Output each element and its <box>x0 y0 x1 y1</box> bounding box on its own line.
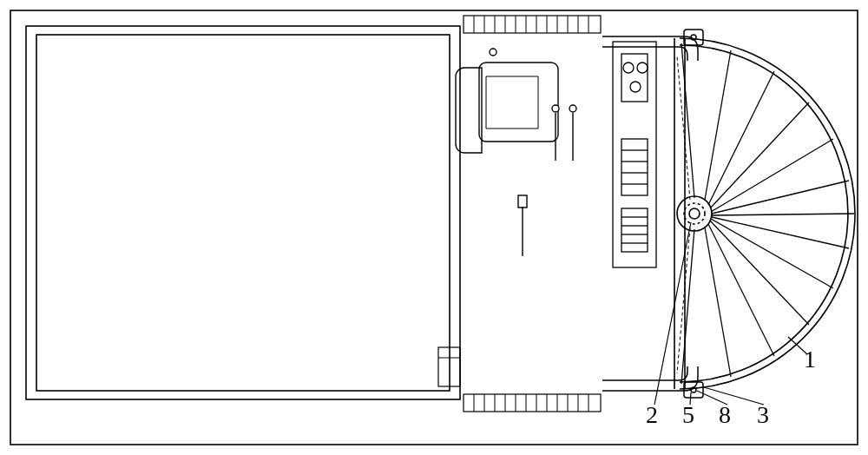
control-levers <box>518 105 576 256</box>
svg-rect-0 <box>26 26 460 399</box>
svg-line-79 <box>704 387 764 405</box>
lower-bracket <box>684 382 703 398</box>
svg-rect-11 <box>613 42 656 267</box>
dash-panel <box>613 42 656 267</box>
svg-point-57 <box>677 196 712 231</box>
svg-rect-16 <box>621 139 648 195</box>
callout-5: 5 <box>682 401 694 429</box>
svg-line-62 <box>708 71 774 205</box>
patent-figure <box>0 0 868 455</box>
svg-line-68 <box>711 219 833 288</box>
svg-line-71 <box>705 228 731 377</box>
callout-8: 8 <box>719 401 731 429</box>
leader-lines <box>654 222 807 405</box>
callout-2: 2 <box>646 401 658 429</box>
svg-rect-52 <box>684 30 703 45</box>
svg-point-59 <box>689 208 700 219</box>
figure-frame <box>10 10 858 445</box>
svg-point-4 <box>490 49 496 56</box>
svg-line-63 <box>710 102 809 208</box>
svg-point-13 <box>623 63 634 73</box>
svg-rect-21 <box>621 208 648 252</box>
vehicle-body <box>26 26 460 399</box>
svg-point-15 <box>630 82 641 92</box>
svg-point-8 <box>569 105 576 112</box>
mast-rails <box>464 16 601 412</box>
svg-line-70 <box>708 224 774 356</box>
callout-3: 3 <box>757 401 769 429</box>
svg-line-61 <box>705 50 731 200</box>
fan-attachment <box>677 38 855 389</box>
svg-point-58 <box>684 203 705 224</box>
support-arms <box>602 30 703 398</box>
svg-rect-12 <box>621 54 648 102</box>
svg-rect-10 <box>518 195 527 208</box>
svg-line-66 <box>712 214 854 215</box>
callout-1: 1 <box>804 346 816 373</box>
svg-point-14 <box>637 63 648 73</box>
svg-line-64 <box>711 139 833 212</box>
operator-seat <box>456 49 558 153</box>
svg-line-65 <box>712 181 849 214</box>
svg-point-6 <box>552 105 559 112</box>
svg-rect-1 <box>36 35 450 391</box>
